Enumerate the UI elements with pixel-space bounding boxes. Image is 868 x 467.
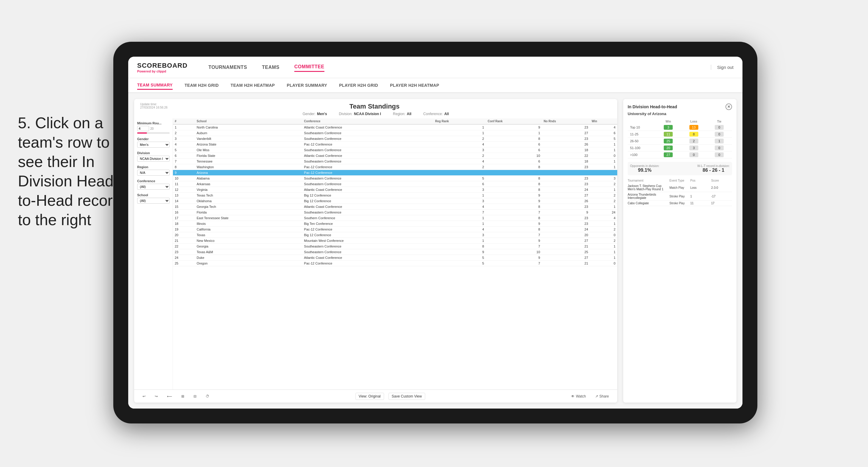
cell-win: 6 [590,130,617,136]
cell-num: 18 [173,221,195,227]
table-row[interactable]: 18 Illinois Big Ten Conference 1 9 23 1 [173,221,617,227]
cell-win: 3 [590,176,617,181]
cell-conf-rank: 9 [486,193,542,198]
sign-out-button[interactable]: Sign out [711,65,734,70]
table-row[interactable]: 16 Florida Southeastern Conference 7 7 9… [173,210,617,215]
subnav-player-h2h-grid[interactable]: PLAYER H2H GRID [339,82,378,89]
filter-region-select[interactable]: N/A [137,170,170,176]
tourn-col-name: Tournament [628,179,670,182]
table-row[interactable]: 24 Duke Atlantic Coast Conference 5 9 27… [173,255,617,261]
table-row[interactable]: 22 Georgia Southeastern Conference 8 7 2… [173,244,617,249]
table-row[interactable]: 10 Alabama Southeastern Conference 5 8 2… [173,176,617,181]
cell-reg-rank: 4 [433,159,486,164]
cell-conf-rank: 8 [486,227,542,232]
cell-num: 20 [173,232,195,238]
cell-school: North Carolina [195,124,302,130]
filter-conference-select[interactable]: (All) [137,184,170,190]
watch-button[interactable]: 👁 Watch [569,393,588,400]
filter-min-rounds-input[interactable] [137,126,149,131]
save-custom-button[interactable]: Save Custom View [389,393,425,400]
table-row[interactable]: 20 Texas Big 12 Conference 3 7 20 0 [173,232,617,238]
cell-conf-rank: 8 [486,187,542,193]
subnav-player-h2h-heatmap[interactable]: PLAYER H2H HEATMAP [390,82,439,89]
cell-reg-rank: 1 [433,221,486,227]
subnav-team-summary[interactable]: TEAM SUMMARY [137,81,173,90]
filter-division-label: Division [137,151,170,155]
cell-num: 24 [173,255,195,261]
table-row[interactable]: 9 Arizona Pac-12 Conference [173,170,617,176]
cell-win: 1 [590,255,617,261]
cell-school: Auburn [195,130,302,136]
undo-button[interactable]: ↩ [140,393,148,400]
cell-win: 1 [590,244,617,249]
region-value: All [407,112,411,116]
cell-no-rnds: 18 [542,147,590,153]
nav-committee[interactable]: COMMITTEE [294,63,324,72]
cell-reg-rank: 7 [433,210,486,215]
table-row[interactable]: 1 North Carolina Atlantic Coast Conferen… [173,124,617,130]
table-row[interactable]: 7 Tennessee Southeastern Conference 4 6 … [173,159,617,164]
paste-button[interactable]: ⊟ [191,393,199,400]
table-row[interactable]: 25 Oregon Pac-12 Conference 5 7 21 0 [173,261,617,266]
cell-reg-rank: 1 [433,124,486,130]
nav-tournaments[interactable]: TOURNAMENTS [209,63,247,71]
tournament-row: Cabo Collegiate Stroke Play 11 17 [628,201,732,206]
subnav-player-summary[interactable]: PLAYER SUMMARY [287,82,327,89]
table-row[interactable]: 6 Florida State Atlantic Coast Conferenc… [173,153,617,159]
subnav-team-h2h-grid[interactable]: TEAM H2H GRID [185,82,219,89]
table-row[interactable]: 14 Oklahoma Big 12 Conference 3 9 26 2 [173,198,617,204]
table-row[interactable]: 11 Arkansas Southeastern Conference 6 8 … [173,181,617,187]
table-row[interactable]: 21 New Mexico Mountain West Conference 1… [173,238,617,244]
cell-conference: Southeastern Conference [302,244,434,249]
tourn-score: 17 [711,201,732,205]
cell-conf-rank [486,170,542,176]
filter-division-select[interactable]: NCAA Division I [137,156,170,162]
view-original-button[interactable]: View: Original [355,393,384,400]
table-row[interactable]: 19 California Pac-12 Conference 4 8 24 2 [173,227,617,232]
cell-conf-rank: 10 [486,249,542,255]
table-row[interactable]: 8 Washington Pac-12 Conference 2 8 23 1 [173,164,617,170]
h2h-close-button[interactable]: ✕ [725,103,732,110]
subnav-team-h2h-heatmap[interactable]: TEAM H2H HEATMAP [230,82,275,89]
table-row[interactable]: 23 Texas A&M Southeastern Conference 9 1… [173,249,617,255]
cell-school: Florida [195,210,302,215]
back-button[interactable]: ⟵ [164,393,175,400]
share-button[interactable]: ↗ Share [593,393,611,400]
cell-conf-rank: 8 [486,215,542,221]
copy-button[interactable]: ⊞ [179,393,187,400]
cell-no-rnds: 27 [542,238,590,244]
table-row[interactable]: 2 Auburn Southeastern Conference 1 1 27 … [173,130,617,136]
h2h-header: In Division Head-to-Head ✕ [628,103,732,110]
cell-no-rnds: 24 [542,227,590,232]
gender-label: Gender: [303,112,315,116]
clock-button[interactable]: ⏱ [204,393,212,400]
filter-gender-select[interactable]: Men's Women's [137,142,170,148]
table-row[interactable]: 12 Virginia Atlantic Coast Conference 3 … [173,187,617,193]
table-row[interactable]: 5 Ole Miss Southeastern Conference 3 6 1… [173,147,617,153]
tourn-col-type: Event Type [670,179,690,182]
opponents-label: Opponents in division: [630,164,659,167]
redo-button[interactable]: ↪ [152,393,160,400]
cell-conference: Southern Conference [302,215,434,221]
table-row[interactable]: 3 Vanderbilt Southeastern Conference 2 8… [173,136,617,142]
table-row[interactable]: 4 Arizona State Pac-12 Conference 4 6 26… [173,142,617,147]
cell-win: 2 [590,181,617,187]
filter-school-select[interactable]: (All) [137,198,170,204]
cell-reg-rank: 5 [433,255,486,261]
h2h-tie: 0 [706,131,732,138]
cell-win: 4 [590,215,617,221]
dashboard-card: Update time: 27/03/2024 16:56:26 Team St… [134,99,617,403]
col-school: School [195,118,302,124]
table-row[interactable]: 17 East Tennessee State Southern Confere… [173,215,617,221]
cell-win: 0 [590,261,617,266]
cell-reg-rank: 5 [433,261,486,266]
cell-school: Washington [195,164,302,170]
table-row[interactable]: 13 Texas Tech Big 12 Conference 1 9 27 2 [173,193,617,198]
cell-conf-rank: 8 [486,181,542,187]
cell-win: 1 [590,142,617,147]
table-row[interactable]: 15 Georgia Tech Atlantic Coast Conferenc… [173,204,617,210]
nav-teams[interactable]: TEAMS [262,63,280,71]
bottom-toolbar: ↩ ↪ ⟵ ⊞ ⊟ ⏱ View: Original Save Custom V… [134,390,617,403]
cell-no-rnds: 23 [542,181,590,187]
cell-conf-rank: 8 [486,204,542,210]
